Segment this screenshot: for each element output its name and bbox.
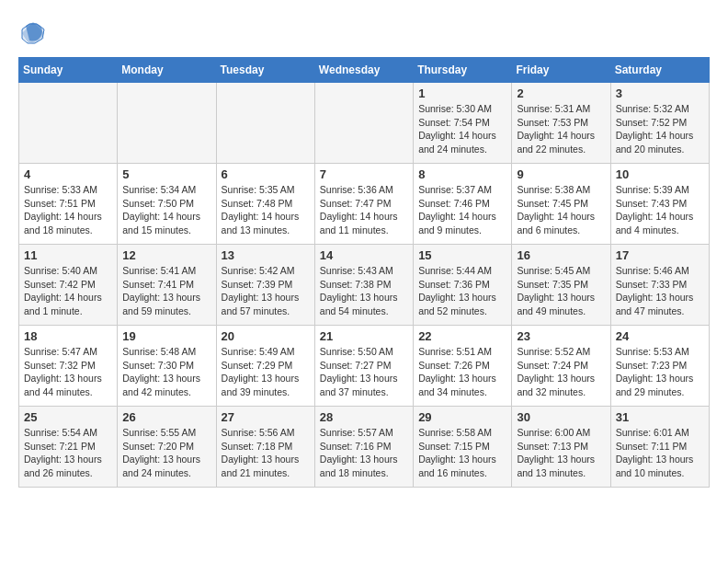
day-info: Sunrise: 5:56 AM Sunset: 7:18 PM Dayligh… (222, 426, 310, 480)
day-number: 5 (122, 167, 210, 181)
day-info: Sunrise: 5:34 AM Sunset: 7:50 PM Dayligh… (122, 183, 210, 237)
day-info: Sunrise: 5:55 AM Sunset: 7:20 PM Dayligh… (122, 426, 210, 480)
week-row-4: 18Sunrise: 5:47 AM Sunset: 7:32 PM Dayli… (19, 326, 710, 407)
day-cell (118, 83, 216, 164)
week-row-3: 11Sunrise: 5:40 AM Sunset: 7:42 PM Dayli… (19, 245, 710, 326)
day-info: Sunrise: 5:49 AM Sunset: 7:29 PM Dayligh… (222, 345, 310, 399)
day-cell: 13Sunrise: 5:42 AM Sunset: 7:39 PM Dayli… (216, 245, 314, 326)
day-number: 27 (222, 410, 310, 424)
day-cell: 30Sunrise: 6:00 AM Sunset: 7:13 PM Dayli… (512, 407, 610, 488)
page-header (18, 18, 710, 48)
day-number: 21 (320, 329, 408, 343)
day-cell: 6Sunrise: 5:35 AM Sunset: 7:48 PM Daylig… (216, 164, 314, 245)
day-info: Sunrise: 5:46 AM Sunset: 7:33 PM Dayligh… (616, 264, 704, 318)
day-cell: 11Sunrise: 5:40 AM Sunset: 7:42 PM Dayli… (19, 245, 118, 326)
day-number: 10 (616, 167, 704, 181)
day-header-thursday: Thursday (414, 58, 512, 83)
day-info: Sunrise: 5:42 AM Sunset: 7:39 PM Dayligh… (222, 264, 310, 318)
day-info: Sunrise: 5:52 AM Sunset: 7:24 PM Dayligh… (517, 345, 605, 399)
day-cell: 10Sunrise: 5:39 AM Sunset: 7:43 PM Dayli… (610, 164, 709, 245)
day-info: Sunrise: 5:40 AM Sunset: 7:42 PM Dayligh… (24, 264, 112, 318)
day-number: 11 (24, 248, 112, 262)
day-cell: 18Sunrise: 5:47 AM Sunset: 7:32 PM Dayli… (19, 326, 118, 407)
day-number: 20 (222, 329, 310, 343)
day-number: 2 (517, 86, 605, 100)
day-info: Sunrise: 5:44 AM Sunset: 7:36 PM Dayligh… (418, 264, 506, 318)
day-number: 9 (517, 167, 605, 181)
day-info: Sunrise: 5:32 AM Sunset: 7:52 PM Dayligh… (616, 102, 704, 156)
day-cell: 5Sunrise: 5:34 AM Sunset: 7:50 PM Daylig… (118, 164, 216, 245)
calendar-table: SundayMondayTuesdayWednesdayThursdayFrid… (18, 57, 710, 488)
day-cell: 1Sunrise: 5:30 AM Sunset: 7:54 PM Daylig… (414, 83, 512, 164)
day-info: Sunrise: 5:57 AM Sunset: 7:16 PM Dayligh… (320, 426, 408, 480)
day-cell (216, 83, 314, 164)
day-info: Sunrise: 5:58 AM Sunset: 7:15 PM Dayligh… (418, 426, 506, 480)
day-number: 12 (122, 248, 210, 262)
day-info: Sunrise: 5:38 AM Sunset: 7:45 PM Dayligh… (517, 183, 605, 237)
day-cell: 29Sunrise: 5:58 AM Sunset: 7:15 PM Dayli… (414, 407, 512, 488)
day-cell: 9Sunrise: 5:38 AM Sunset: 7:45 PM Daylig… (512, 164, 610, 245)
day-cell (314, 83, 413, 164)
day-info: Sunrise: 5:39 AM Sunset: 7:43 PM Dayligh… (616, 183, 704, 237)
day-cell: 26Sunrise: 5:55 AM Sunset: 7:20 PM Dayli… (118, 407, 216, 488)
day-cell (19, 83, 118, 164)
day-cell: 23Sunrise: 5:52 AM Sunset: 7:24 PM Dayli… (512, 326, 610, 407)
header-row: SundayMondayTuesdayWednesdayThursdayFrid… (19, 58, 710, 83)
day-cell: 24Sunrise: 5:53 AM Sunset: 7:23 PM Dayli… (610, 326, 709, 407)
day-info: Sunrise: 5:33 AM Sunset: 7:51 PM Dayligh… (24, 183, 112, 237)
day-info: Sunrise: 6:00 AM Sunset: 7:13 PM Dayligh… (517, 426, 605, 480)
day-header-tuesday: Tuesday (216, 58, 314, 83)
day-number: 16 (517, 248, 605, 262)
day-cell: 28Sunrise: 5:57 AM Sunset: 7:16 PM Dayli… (314, 407, 413, 488)
day-number: 24 (616, 329, 704, 343)
day-cell: 2Sunrise: 5:31 AM Sunset: 7:53 PM Daylig… (512, 83, 610, 164)
day-info: Sunrise: 5:48 AM Sunset: 7:30 PM Dayligh… (122, 345, 210, 399)
week-row-5: 25Sunrise: 5:54 AM Sunset: 7:21 PM Dayli… (19, 407, 710, 488)
day-header-wednesday: Wednesday (314, 58, 413, 83)
day-number: 13 (222, 248, 310, 262)
day-number: 26 (122, 410, 210, 424)
day-number: 7 (320, 167, 408, 181)
day-info: Sunrise: 5:41 AM Sunset: 7:41 PM Dayligh… (122, 264, 210, 318)
day-number: 25 (24, 410, 112, 424)
day-number: 28 (320, 410, 408, 424)
day-info: Sunrise: 5:53 AM Sunset: 7:23 PM Dayligh… (616, 345, 704, 399)
week-row-2: 4Sunrise: 5:33 AM Sunset: 7:51 PM Daylig… (19, 164, 710, 245)
day-number: 4 (24, 167, 112, 181)
day-info: Sunrise: 5:54 AM Sunset: 7:21 PM Dayligh… (24, 426, 112, 480)
day-number: 1 (418, 86, 506, 100)
day-number: 6 (222, 167, 310, 181)
day-info: Sunrise: 5:45 AM Sunset: 7:35 PM Dayligh… (517, 264, 605, 318)
day-number: 30 (517, 410, 605, 424)
day-cell: 7Sunrise: 5:36 AM Sunset: 7:47 PM Daylig… (314, 164, 413, 245)
day-cell: 12Sunrise: 5:41 AM Sunset: 7:41 PM Dayli… (118, 245, 216, 326)
day-cell: 15Sunrise: 5:44 AM Sunset: 7:36 PM Dayli… (414, 245, 512, 326)
day-number: 19 (122, 329, 210, 343)
day-header-monday: Monday (118, 58, 216, 83)
day-number: 18 (24, 329, 112, 343)
week-row-1: 1Sunrise: 5:30 AM Sunset: 7:54 PM Daylig… (19, 83, 710, 164)
day-info: Sunrise: 5:35 AM Sunset: 7:48 PM Dayligh… (222, 183, 310, 237)
day-cell: 22Sunrise: 5:51 AM Sunset: 7:26 PM Dayli… (414, 326, 512, 407)
day-number: 22 (418, 329, 506, 343)
day-number: 31 (616, 410, 704, 424)
day-cell: 31Sunrise: 6:01 AM Sunset: 7:11 PM Dayli… (610, 407, 709, 488)
day-info: Sunrise: 5:30 AM Sunset: 7:54 PM Dayligh… (418, 102, 506, 156)
day-cell: 3Sunrise: 5:32 AM Sunset: 7:52 PM Daylig… (610, 83, 709, 164)
day-cell: 16Sunrise: 5:45 AM Sunset: 7:35 PM Dayli… (512, 245, 610, 326)
day-cell: 8Sunrise: 5:37 AM Sunset: 7:46 PM Daylig… (414, 164, 512, 245)
day-cell: 19Sunrise: 5:48 AM Sunset: 7:30 PM Dayli… (118, 326, 216, 407)
day-number: 3 (616, 86, 704, 100)
day-cell: 27Sunrise: 5:56 AM Sunset: 7:18 PM Dayli… (216, 407, 314, 488)
day-number: 8 (418, 167, 506, 181)
day-cell: 25Sunrise: 5:54 AM Sunset: 7:21 PM Dayli… (19, 407, 118, 488)
day-info: Sunrise: 5:36 AM Sunset: 7:47 PM Dayligh… (320, 183, 408, 237)
day-info: Sunrise: 5:43 AM Sunset: 7:38 PM Dayligh… (320, 264, 408, 318)
day-info: Sunrise: 5:31 AM Sunset: 7:53 PM Dayligh… (517, 102, 605, 156)
day-info: Sunrise: 6:01 AM Sunset: 7:11 PM Dayligh… (616, 426, 704, 480)
day-number: 17 (616, 248, 704, 262)
day-info: Sunrise: 5:47 AM Sunset: 7:32 PM Dayligh… (24, 345, 112, 399)
day-info: Sunrise: 5:50 AM Sunset: 7:27 PM Dayligh… (320, 345, 408, 399)
day-cell: 20Sunrise: 5:49 AM Sunset: 7:29 PM Dayli… (216, 326, 314, 407)
day-cell: 21Sunrise: 5:50 AM Sunset: 7:27 PM Dayli… (314, 326, 413, 407)
